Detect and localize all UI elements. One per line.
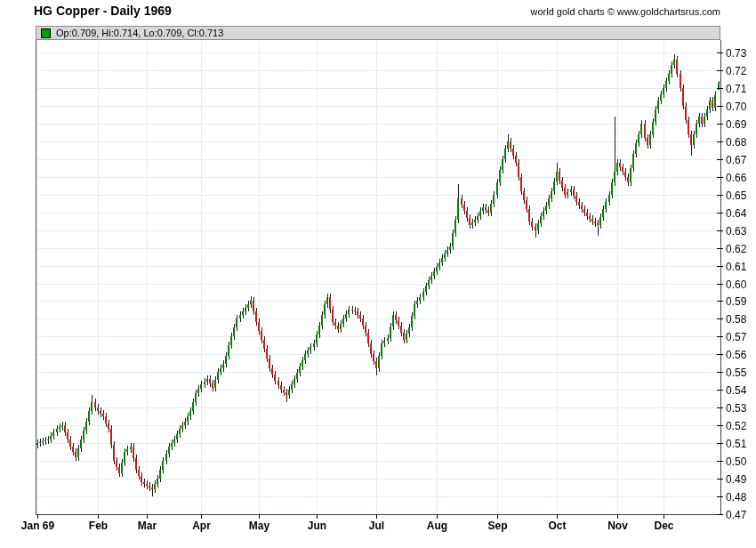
price-chart-canvas xyxy=(0,0,756,548)
legend-swatch-icon xyxy=(41,28,51,38)
attribution-text: world gold charts © www.goldchartsrus.co… xyxy=(0,6,720,17)
ohlc-legend-label: Op:0.709, Hi:0.714, Lo:0.709, Cl:0.713 xyxy=(56,28,223,38)
chart-window: HG Copper - Daily 1969 world gold charts… xyxy=(0,0,756,548)
ohlc-legend-bar: Op:0.709, Hi:0.714, Lo:0.709, Cl:0.713 xyxy=(36,26,720,40)
